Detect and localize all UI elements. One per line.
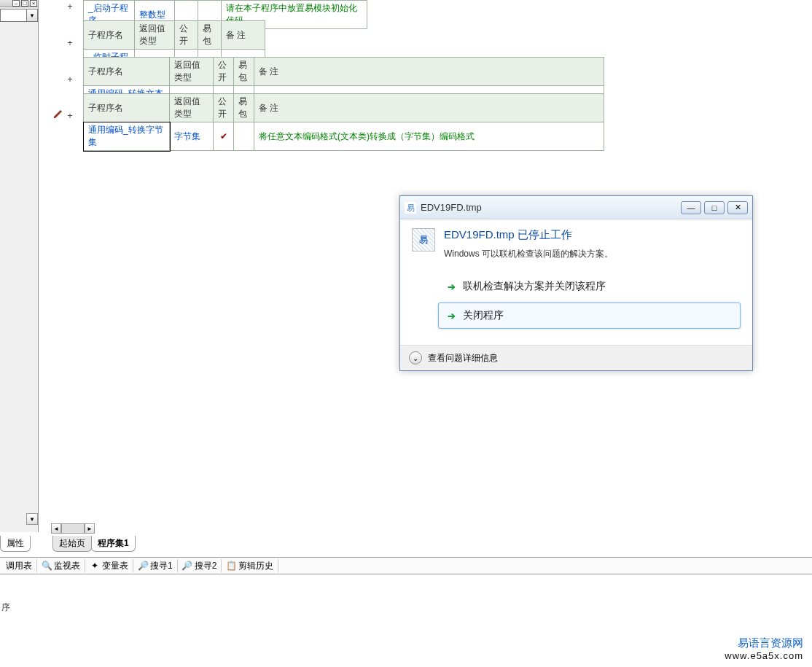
col-return: 返回值类型 [170, 94, 214, 122]
dialog-footer: ⌄ 查看问题详细信息 [400, 345, 752, 370]
tab-programset[interactable]: 程序集1 [91, 536, 136, 552]
svg-text:易: 易 [407, 203, 415, 212]
col-subname: 子程序名 [84, 94, 170, 122]
properties-tab[interactable]: 属性 [0, 536, 31, 552]
col-return: 返回值类型 [170, 58, 214, 86]
col-public: 公开 [214, 58, 234, 86]
chevron-down-icon[interactable]: ▼ [26, 9, 37, 21]
status-text: 序 [0, 601, 10, 614]
expand-icon[interactable]: + [66, 76, 74, 85]
col-public: 公开 [175, 21, 198, 50]
action1-label: 联机检查解决方案并关闭该程序 [463, 280, 606, 293]
col-subname: 子程序名 [84, 58, 170, 86]
col-return: 返回值类型 [135, 21, 175, 50]
expand-icon[interactable]: + [66, 112, 74, 121]
editor-tabs: 起始页 程序集1 [52, 536, 135, 552]
app-icon: 易 [405, 202, 416, 214]
col-pkg: 易包 [234, 58, 254, 86]
scroll-down-icon[interactable]: ▼ [26, 513, 38, 525]
chevron-down-icon[interactable]: ⌄ [409, 351, 422, 364]
minimize-button[interactable]: — [681, 201, 701, 214]
action2-label: 关闭程序 [463, 309, 504, 322]
col-pkg: 易包 [234, 94, 254, 122]
arrow-right-icon: ➔ [448, 311, 456, 321]
tab-startpage[interactable]: 起始页 [52, 536, 92, 552]
bottom-toolbar: 调用表 🔍监视表 ✦变量表 🔎搜寻1 🔎搜寻2 📋剪辑历史 [0, 557, 812, 574]
left-panel-toolbar: – □ × [0, 0, 38, 7]
find2-label: 搜寻2 [195, 560, 217, 572]
col-remark: 备 注 [254, 94, 604, 122]
horizontal-scroll[interactable]: ◄ ► [51, 523, 95, 534]
expand-icon[interactable]: + [66, 3, 74, 12]
dialog-heading: EDV19FD.tmp 已停止工作 [444, 228, 613, 242]
maximize-button[interactable]: □ [704, 201, 725, 214]
scroll-left-icon[interactable]: ◄ [51, 523, 61, 534]
col-remark: 备 注 [222, 21, 265, 50]
magnifier-icon: 🔍 [42, 561, 52, 571]
vars-button[interactable]: ✦变量表 [85, 559, 133, 572]
subroutine-table-4: 子程序名 返回值类型 公开 易包 备 注 通用编码_转换字节集 字节集 ✔ 将任… [83, 93, 604, 151]
close-panel-icon[interactable]: × [30, 0, 37, 7]
edit-pen-icon [52, 109, 63, 120]
app-large-icon: 易 [412, 228, 435, 251]
find2-button[interactable]: 🔎搜寻2 [178, 559, 222, 572]
col-pkg: 易包 [198, 21, 222, 50]
left-combo[interactable]: ▼ [0, 9, 38, 22]
search-icon: 🔎 [138, 561, 148, 571]
clip-label: 剪辑历史 [238, 560, 273, 572]
sub-name-editing[interactable]: 通用编码_转换字节集 [84, 122, 170, 151]
col-public: 公开 [214, 94, 234, 122]
col-subname: 子程序名 [84, 21, 135, 50]
watermark-line2: www.e5a5x.com [725, 650, 803, 663]
search-icon: 🔎 [182, 561, 192, 571]
watch-button[interactable]: 🔍监视表 [37, 559, 85, 572]
find1-label: 搜寻1 [150, 560, 173, 572]
arrow-right-icon: ➔ [448, 281, 456, 292]
close-program-button[interactable]: ➔ 关闭程序 [438, 303, 741, 329]
variable-icon: ✦ [90, 561, 100, 571]
watermark-line1: 易语言资源网 [725, 636, 803, 651]
sub-public-check[interactable]: ✔ [214, 122, 234, 151]
check-online-button[interactable]: ➔ 联机检查解决方案并关闭该程序 [438, 273, 741, 300]
dialog-subtext: Windows 可以联机检查该问题的解决方案。 [444, 248, 613, 260]
gutter: + + + + [51, 0, 76, 532]
dialog-body: 易 EDV19FD.tmp 已停止工作 Windows 可以联机检查该问题的解决… [400, 219, 752, 345]
watermark: 易语言资源网 www.e5a5x.com [725, 636, 803, 663]
vars-label: 变量表 [102, 560, 128, 572]
scroll-track[interactable] [61, 523, 85, 534]
calltable-label: 调用表 [6, 560, 32, 572]
dialog-titlebar[interactable]: 易 EDV19FD.tmp — □ ✕ [400, 196, 752, 219]
minimize-panel-icon[interactable]: – [12, 0, 20, 7]
details-link[interactable]: 查看问题详细信息 [428, 352, 498, 364]
watch-label: 监视表 [54, 560, 80, 572]
sub-return-type[interactable]: 字节集 [170, 122, 214, 151]
calltable-button[interactable]: 调用表 [1, 559, 37, 572]
left-properties-panel: – □ × ▼ ▼ [0, 0, 39, 532]
col-remark: 备 注 [254, 58, 604, 86]
find1-button[interactable]: 🔎搜寻1 [133, 559, 178, 572]
dialog-title-text: EDV19FD.tmp [421, 202, 681, 213]
scroll-right-icon[interactable]: ► [85, 523, 95, 534]
sub-remark[interactable]: 将任意文本编码格式(文本类)转换成（字节集）编码格式 [254, 122, 604, 151]
clipboard-icon: 📋 [226, 561, 236, 571]
error-dialog: 易 EDV19FD.tmp — □ ✕ 易 EDV19FD.tmp 已停止工作 … [399, 195, 753, 371]
expand-icon[interactable]: + [66, 39, 74, 48]
restore-panel-icon[interactable]: □ [21, 0, 28, 7]
close-button[interactable]: ✕ [727, 201, 748, 214]
cliphistory-button[interactable]: 📋剪辑历史 [222, 559, 278, 572]
sub-pkg[interactable] [234, 122, 254, 151]
